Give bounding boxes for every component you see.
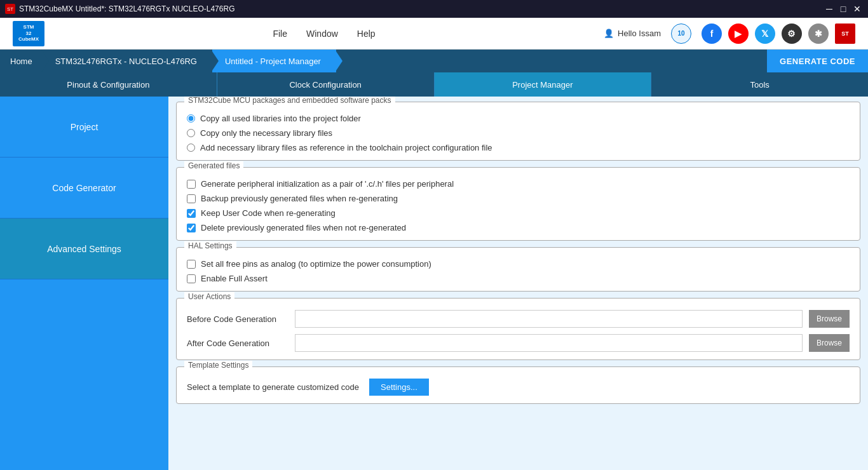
radio-input-0[interactable] xyxy=(187,114,195,123)
user-actions-section: User Actions Before Code Generation Brow… xyxy=(176,298,860,360)
hal-checkbox-1[interactable]: Enable Full Assert xyxy=(187,274,850,283)
github-icon[interactable]: ⚙ xyxy=(782,24,802,44)
checkbox-input-2[interactable] xyxy=(187,209,196,218)
radio-group: Copy all used libraries into the project… xyxy=(187,114,850,152)
checkbox-item-1[interactable]: Backup previously generated files when r… xyxy=(187,194,850,203)
radio-input-2[interactable] xyxy=(187,144,195,152)
menubar-right: 👤 Hello Issam 10 f ▶ 𝕏 ⚙ ✱ ST xyxy=(604,24,855,44)
window-menu[interactable]: Window xyxy=(306,29,338,39)
youtube-icon[interactable]: ▶ xyxy=(728,24,749,44)
stm-icon[interactable]: ST xyxy=(835,24,855,44)
sidebar: Project Code Generator Advanced Settings xyxy=(0,97,168,470)
tab-tools[interactable]: Tools xyxy=(651,72,868,97)
hal-settings-section: HAL Settings Set all free pins as analog… xyxy=(176,247,860,292)
settings-button[interactable]: Settings... xyxy=(369,379,429,396)
tab-pinout[interactable]: Pinout & Configuration xyxy=(0,72,217,97)
generate-code-button[interactable]: GENERATE CODE xyxy=(767,50,868,72)
user-name: Hello Issam xyxy=(618,29,661,38)
template-row: Select a template to generate customized… xyxy=(187,379,850,396)
radio-input-1[interactable] xyxy=(187,129,195,137)
app-logo: STM32CubeMX xyxy=(13,21,44,46)
radio-item-0[interactable]: Copy all used libraries into the project… xyxy=(187,114,850,123)
close-button[interactable]: ✕ xyxy=(851,3,863,15)
after-code-label: After Code Generation xyxy=(187,339,288,348)
breadcrumb: Home STM32L476RGTx - NUCLEO-L476RG Untit… xyxy=(0,50,868,72)
generated-files-title: Generated files xyxy=(184,161,243,170)
main-layout: Project Code Generator Advanced Settings… xyxy=(0,97,868,470)
tabbar: Pinout & Configuration Clock Configurati… xyxy=(0,72,868,97)
after-code-input[interactable] xyxy=(295,334,803,352)
menubar: STM32CubeMX File Window Help 👤 Hello Iss… xyxy=(0,18,868,50)
sidebar-item-project[interactable]: Project xyxy=(0,97,168,158)
checkbox-item-0[interactable]: Generate peripheral initialization as a … xyxy=(187,179,850,189)
minimize-button[interactable]: ─ xyxy=(824,3,835,15)
logo-box: STM32CubeMX xyxy=(13,21,44,46)
tab-project-manager[interactable]: Project Manager xyxy=(435,72,652,97)
before-code-row: Before Code Generation Browse xyxy=(187,310,850,328)
user-actions-grid: Before Code Generation Browse After Code… xyxy=(187,310,850,352)
twitter-icon[interactable]: 𝕏 xyxy=(755,24,775,44)
titlebar-controls[interactable]: ─ □ ✕ xyxy=(824,3,863,15)
sidebar-item-code-generator[interactable]: Code Generator xyxy=(0,158,168,218)
network-icon[interactable]: ✱ xyxy=(808,24,829,44)
logo-text: STM32CubeMX xyxy=(18,24,39,43)
bc-home[interactable]: Home xyxy=(0,50,43,72)
template-settings-section: Template Settings Select a template to g… xyxy=(176,366,860,404)
version-badge: 10 xyxy=(671,24,691,44)
checkbox-group: Generate peripheral initialization as a … xyxy=(187,179,850,232)
after-code-row: After Code Generation Browse xyxy=(187,334,850,352)
hal-checkbox-input-0[interactable] xyxy=(187,260,196,269)
user-icon: 👤 xyxy=(604,29,614,38)
user-actions-title: User Actions xyxy=(184,292,234,301)
content-area: STM32Cube MCU packages and embedded soft… xyxy=(168,97,868,470)
social-icons[interactable]: f ▶ 𝕏 ⚙ ✱ ST xyxy=(702,24,855,44)
bc-project[interactable]: Untitled - Project Manager xyxy=(212,50,336,72)
before-browse-button[interactable]: Browse xyxy=(809,310,850,328)
after-browse-button[interactable]: Browse xyxy=(809,334,850,352)
titlebar: ST STM32CubeMX Untitled*: STM32L476RGTx … xyxy=(0,0,868,18)
radio-item-1[interactable]: Copy only the necessary library files xyxy=(187,128,850,138)
checkbox-item-2[interactable]: Keep User Code when re-generating xyxy=(187,208,850,218)
tab-clock[interactable]: Clock Configuration xyxy=(217,72,435,97)
template-settings-title: Template Settings xyxy=(184,361,252,370)
checkbox-input-3[interactable] xyxy=(187,224,196,232)
titlebar-left: ST STM32CubeMX Untitled*: STM32L476RGTx … xyxy=(5,4,234,14)
user-area: 👤 Hello Issam xyxy=(604,29,661,38)
generated-files-section: Generated files Generate peripheral init… xyxy=(176,167,860,241)
before-code-input[interactable] xyxy=(295,310,803,328)
hal-checkbox-input-1[interactable] xyxy=(187,274,196,283)
bc-chip[interactable]: STM32L476RGTx - NUCLEO-L476RG xyxy=(43,50,212,72)
checkbox-input-0[interactable] xyxy=(187,180,196,189)
sidebar-item-advanced-settings[interactable]: Advanced Settings xyxy=(0,218,168,279)
hal-checkbox-group: Set all free pins as analog (to optimize… xyxy=(187,259,850,283)
facebook-icon[interactable]: f xyxy=(702,24,722,44)
hal-checkbox-0[interactable]: Set all free pins as analog (to optimize… xyxy=(187,259,850,269)
titlebar-logo-icon: ST xyxy=(5,4,15,14)
checkbox-item-3[interactable]: Delete previously generated files when n… xyxy=(187,223,850,232)
hal-settings-title: HAL Settings xyxy=(184,241,236,250)
titlebar-title: STM32CubeMX Untitled*: STM32L476RGTx NUC… xyxy=(19,4,234,13)
mcu-section-title: STM32Cube MCU packages and embedded soft… xyxy=(184,97,395,105)
maximize-button[interactable]: □ xyxy=(837,3,849,15)
mcu-section: STM32Cube MCU packages and embedded soft… xyxy=(176,102,860,161)
help-menu[interactable]: Help xyxy=(357,29,376,39)
before-code-label: Before Code Generation xyxy=(187,314,288,324)
menu-items[interactable]: File Window Help xyxy=(273,29,375,39)
file-menu[interactable]: File xyxy=(273,29,287,39)
template-label: Select a template to generate customized… xyxy=(187,382,359,392)
checkbox-input-1[interactable] xyxy=(187,194,196,203)
radio-item-2[interactable]: Add necessary library files as reference… xyxy=(187,143,850,152)
